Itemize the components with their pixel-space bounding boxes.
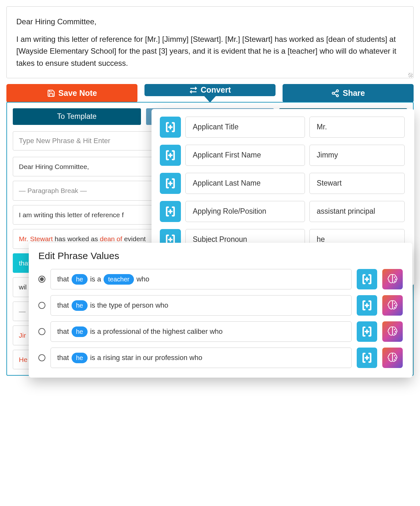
save-note-button[interactable]: Save Note	[6, 84, 137, 103]
add-variable-button[interactable]	[160, 145, 181, 166]
phrase-value-text: that he is a rising star in our professi…	[51, 348, 352, 368]
variable-row: Applicant Last NameStewart	[160, 173, 405, 194]
svg-point-29	[394, 329, 395, 330]
convert-indicator	[204, 96, 216, 103]
radio-button[interactable]	[38, 276, 45, 283]
svg-point-36	[394, 360, 395, 360]
ai-suggest-button[interactable]	[382, 348, 403, 368]
phrase-value-option[interactable]: that he is a teacher who	[38, 269, 403, 289]
resize-handle[interactable]	[408, 73, 413, 77]
phrase-value-option[interactable]: that he is a professional of the highest…	[38, 321, 403, 342]
insert-variable-button[interactable]	[357, 269, 377, 289]
insert-variable-button[interactable]	[357, 348, 377, 368]
ai-suggest-button[interactable]	[382, 321, 403, 342]
variable-pill: he	[72, 326, 88, 337]
add-variable-button[interactable]	[160, 117, 181, 138]
tab-to-template[interactable]: To Template	[13, 108, 141, 125]
variable-value[interactable]: Jimmy	[309, 145, 405, 166]
svg-point-25	[395, 305, 396, 306]
variable-value[interactable]: Mr.	[309, 117, 405, 138]
svg-point-24	[394, 303, 395, 304]
ai-suggest-button[interactable]	[382, 269, 403, 289]
convert-button[interactable]: Convert	[144, 84, 276, 96]
svg-point-20	[395, 279, 396, 280]
variable-label: Applicant Last Name	[185, 173, 305, 194]
phrase-value-option[interactable]: that he is the type of person who	[38, 295, 403, 316]
svg-point-21	[394, 281, 395, 282]
variable-pill: he	[72, 353, 88, 363]
phrase-value-text: that he is a professional of the highest…	[51, 321, 352, 342]
radio-button[interactable]	[38, 302, 45, 309]
svg-point-35	[395, 357, 396, 358]
phrase-value-text: that he is a teacher who	[51, 269, 352, 289]
ai-suggest-button[interactable]	[382, 295, 403, 316]
svg-point-0	[337, 90, 339, 92]
add-variable-button[interactable]	[160, 173, 181, 194]
edit-phrase-values-popover: Edit Phrase Values that he is a teacher …	[29, 243, 412, 378]
save-icon	[47, 89, 55, 97]
svg-line-4	[334, 94, 337, 95]
letter-greeting: Dear Hiring Committee,	[16, 16, 404, 27]
radio-button[interactable]	[38, 354, 45, 361]
svg-line-3	[334, 91, 337, 93]
svg-point-1	[332, 92, 335, 95]
svg-point-19	[394, 277, 395, 278]
variable-row: Applicant First NameJimmy	[160, 145, 405, 166]
action-buttons: Save Note Convert Share	[6, 84, 414, 103]
share-icon	[331, 89, 339, 97]
add-variable-button[interactable]	[160, 201, 181, 222]
variable-label: Applying Role/Position	[185, 201, 305, 222]
radio-button[interactable]	[38, 328, 45, 335]
letter-body: I am writing this letter of reference fo…	[16, 33, 404, 69]
svg-point-31	[394, 334, 395, 334]
insert-variable-button[interactable]	[357, 295, 377, 316]
share-button[interactable]: Share	[283, 84, 414, 103]
svg-point-34	[394, 356, 395, 356]
convert-icon	[189, 86, 198, 94]
variable-pill: teacher	[104, 274, 134, 285]
phrase-value-text: that he is the type of person who	[51, 295, 352, 316]
insert-variable-button[interactable]	[357, 321, 377, 342]
svg-point-26	[394, 307, 395, 308]
variable-value[interactable]: assistant principal	[309, 201, 405, 222]
variable-row: Applying Role/Positionassistant principa…	[160, 201, 405, 222]
edit-phrase-values-title: Edit Phrase Values	[38, 250, 403, 261]
svg-point-2	[337, 95, 339, 97]
svg-point-30	[395, 331, 396, 332]
variable-pill: he	[72, 300, 88, 311]
variable-pill: he	[72, 274, 88, 285]
letter-editor[interactable]: Dear Hiring Committee, I am writing this…	[6, 6, 414, 78]
variable-row: Applicant TitleMr.	[160, 117, 405, 138]
variable-value[interactable]: Stewart	[309, 173, 405, 194]
phrase-value-option[interactable]: that he is a rising star in our professi…	[38, 348, 403, 368]
variable-label: Applicant First Name	[185, 145, 305, 166]
variable-label: Applicant Title	[185, 117, 305, 138]
